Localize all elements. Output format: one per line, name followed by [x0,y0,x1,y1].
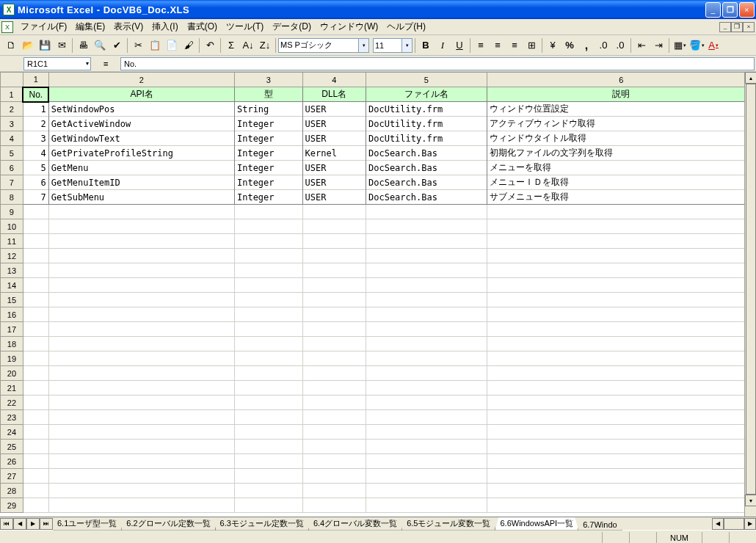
sort-asc-icon[interactable]: A↓ [240,37,256,54]
header-cell-type[interactable]: 型 [234,87,302,102]
dropdown-caret-icon[interactable]: ▾ [402,38,412,53]
cell[interactable] [48,440,234,454]
cell[interactable] [234,307,302,322]
row-header[interactable]: 28 [1,484,23,498]
cell[interactable] [487,307,755,322]
cell-no[interactable]: 1 [23,102,48,117]
cell[interactable] [48,337,234,351]
cell[interactable] [48,498,234,513]
workbook-minimize-button[interactable]: _ [719,22,731,32]
scroll-left-icon[interactable]: ◀ [712,518,724,530]
cell[interactable] [23,381,48,396]
paste-icon[interactable]: 📄 [164,37,180,54]
row-header[interactable]: 5 [1,146,23,161]
cell[interactable] [23,205,48,219]
cell-api[interactable]: GetMenuItemID [48,175,234,190]
font-name-select[interactable]: MS Pゴシック [278,38,359,53]
cell[interactable] [487,366,755,381]
cell[interactable] [48,469,234,484]
cell-dll[interactable]: Kernel [302,146,366,161]
bold-button[interactable]: B [418,37,434,54]
percent-icon[interactable]: % [561,37,578,54]
cell[interactable] [487,219,755,234]
cell-desc[interactable]: サブメニューを取得 [487,190,755,205]
row-header[interactable]: 1 [1,87,23,102]
tab-next-icon[interactable]: ▶ [26,518,40,530]
cell-api[interactable]: GetMenu [48,161,234,175]
cell[interactable] [234,454,302,469]
cell[interactable] [48,484,234,498]
cell[interactable] [487,381,755,396]
cell[interactable] [302,366,366,381]
cell-desc[interactable]: 初期化ファイルの文字列を取得 [487,146,755,161]
cell[interactable] [302,381,366,396]
cell[interactable] [48,293,234,307]
cell[interactable] [48,307,234,322]
cell[interactable] [234,337,302,351]
menu-tools[interactable]: ツール(T) [222,19,268,34]
menu-help[interactable]: ヘルプ(H) [382,19,430,34]
cell[interactable] [23,234,48,249]
cell[interactable] [487,249,755,263]
cell[interactable] [234,381,302,396]
save-icon[interactable]: 💾 [37,37,53,54]
cell[interactable] [366,249,487,263]
header-cell-desc[interactable]: 説明 [487,87,755,102]
col-header[interactable]: 2 [48,73,234,87]
spellcheck-icon[interactable]: ✔ [109,37,125,54]
cell[interactable] [302,337,366,351]
cell-type[interactable]: Integer [234,175,302,190]
scroll-thumb[interactable] [724,518,744,530]
cell[interactable] [48,381,234,396]
cell[interactable] [302,410,366,425]
row-header[interactable]: 2 [1,102,23,117]
cell[interactable] [234,205,302,219]
header-cell-dll[interactable]: DLL名 [302,87,366,102]
maximize-button[interactable]: ❐ [722,2,738,18]
menu-view[interactable]: 表示(V) [109,19,148,34]
cell[interactable] [234,410,302,425]
cell[interactable] [366,396,487,410]
print-preview-icon[interactable]: 🔍 [92,37,108,54]
cell[interactable] [23,307,48,322]
row-header[interactable]: 24 [1,425,23,440]
cell[interactable] [23,337,48,351]
workbook-restore-button[interactable]: ❐ [731,22,743,32]
scroll-thumb[interactable] [746,84,756,495]
col-header[interactable]: 3 [234,73,302,87]
cell[interactable] [48,351,234,366]
cell-file[interactable]: DocSearch.Bas [366,190,487,205]
underline-button[interactable]: U [451,37,468,54]
cell-dll[interactable]: USER [302,131,366,146]
sheet-tab[interactable]: 6.6WindowsAPI一覧 [495,517,578,531]
cell[interactable] [234,351,302,366]
italic-button[interactable]: I [435,37,451,54]
cut-icon[interactable]: ✂ [130,37,146,54]
font-size-select[interactable]: 11 [373,38,402,53]
cell[interactable] [234,219,302,234]
cell[interactable] [23,440,48,454]
mail-icon[interactable]: ✉ [54,37,70,54]
cell[interactable] [302,498,366,513]
cell-no[interactable]: 2 [23,117,48,131]
cell-api[interactable]: GetWindowText [48,131,234,146]
cell[interactable] [302,205,366,219]
menu-edit[interactable]: 編集(E) [71,19,109,34]
row-header[interactable]: 18 [1,337,23,351]
cell[interactable] [366,484,487,498]
copy-icon[interactable]: 📋 [147,37,163,54]
cell-no[interactable]: 3 [23,131,48,146]
currency-icon[interactable]: ¥ [545,37,561,54]
cell[interactable] [23,410,48,425]
sheet-tab[interactable]: 6.3モジュール定数一覧 [215,517,309,531]
align-left-icon[interactable]: ≡ [473,37,489,54]
cell[interactable] [302,351,366,366]
cell[interactable] [23,425,48,440]
cell[interactable] [234,469,302,484]
align-right-icon[interactable]: ≡ [506,37,523,54]
cell-type[interactable]: Integer [234,146,302,161]
sheet-tab[interactable]: 6.4グローバル変数一覧 [308,517,402,531]
cell[interactable] [366,381,487,396]
header-cell-file[interactable]: ファイル名 [366,87,487,102]
cell[interactable] [48,410,234,425]
